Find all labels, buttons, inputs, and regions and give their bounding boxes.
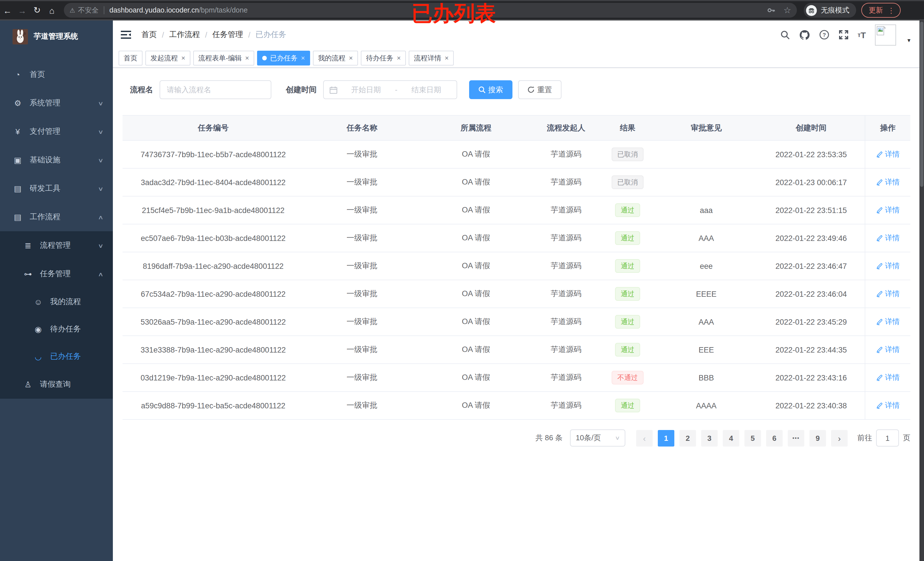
goto-page-input[interactable] [876,429,899,447]
page-number-button[interactable]: 2 [680,430,696,446]
process-cell: OA 请假 [420,205,532,215]
app-logo [12,29,28,44]
page-number-button[interactable]: 4 [723,430,740,446]
result-badge: 不通过 [612,371,644,384]
view-tab[interactable]: 发起流程 × [146,51,190,66]
help-icon[interactable]: ? [819,30,829,40]
table-row: 215cf4e5-7b9b-11ec-9a1b-acde48001122 一级审… [123,196,910,224]
sidebar-item[interactable]: ▤ 工作流程 ∧ [0,203,113,231]
toolbox-icon: ▤ [11,184,24,193]
view-tab[interactable]: 流程详情 × [409,51,454,66]
page-number-button[interactable]: ••• [788,430,804,446]
search-button[interactable]: 搜索 [469,80,512,99]
sidebar-item[interactable]: ♙ 请假查询 [0,370,113,399]
task-id-cell: a59c9d88-7b99-11ec-ba5c-acde48001122 [123,401,304,410]
close-icon[interactable]: × [397,54,401,62]
view-tab[interactable]: 流程表单-编辑 × [193,51,254,66]
sidebar-item[interactable]: ◡ 已办任务 [0,343,113,370]
task-id-cell: 53026aa5-7b9a-11ec-a290-acde48001122 [123,317,304,326]
page-number-button[interactable]: 9 [809,430,826,446]
password-key-icon[interactable] [766,6,776,15]
page-number-button[interactable]: 6 [766,430,783,446]
process-name-input[interactable] [159,80,271,99]
close-icon[interactable]: × [245,54,249,62]
pagination: 共 86 条 10条/页 ∨ ‹ 1 2 3 4 [123,429,910,447]
detail-link[interactable]: 详情 [876,261,900,271]
close-icon[interactable]: × [445,54,448,62]
detail-link[interactable]: 详情 [876,149,900,160]
result-badge: 通过 [615,315,640,329]
browser-back-icon[interactable]: ← [0,5,15,15]
scrollbar-thumb[interactable] [920,22,923,187]
close-icon[interactable]: × [349,54,353,62]
page-number-button[interactable]: 5 [744,430,761,446]
browser-home-icon[interactable]: ⌂ [45,5,59,15]
breadcrumb-workflow[interactable]: 工作流程 [169,30,200,40]
sidebar-item[interactable]: ⊶ 任务管理 ∧ [0,260,113,288]
edit-icon [876,374,883,381]
top-navbar: 首页/ 工作流程/ 任务管理/ 已办任务 ? тT [113,21,920,49]
reset-button[interactable]: 重置 [518,80,561,99]
view-tab[interactable]: 待办任务 × [361,51,406,66]
edit-icon [876,235,883,241]
chevron-icon: ∨ [98,242,104,248]
detail-link[interactable]: 详情 [876,317,900,327]
breadcrumb-home[interactable]: 首页 [141,30,157,40]
col-opinion: 审批意见 [655,123,758,133]
process-cell: OA 请假 [420,373,532,383]
sidebar-item[interactable]: ≣ 流程管理 ∨ [0,231,113,260]
sidebar-item-label: 待办任务 [50,324,81,334]
calendar-icon [329,86,337,94]
close-icon[interactable]: × [301,54,305,62]
date-range-picker[interactable]: 开始日期 - 结束日期 [323,80,457,99]
detail-link[interactable]: 详情 [876,233,900,243]
detail-link[interactable]: 详情 [876,344,900,355]
created-cell: 2022-01-22 23:53:35 [758,150,865,159]
page-number-button[interactable]: 3 [701,430,718,446]
table-row: 331e3388-7b9a-11ec-a290-acde48001122 一级审… [123,336,910,364]
next-page-button[interactable]: › [831,430,848,446]
page-number-button[interactable]: 1 [658,430,674,446]
sidebar-item[interactable]: ◉ 待办任务 [0,316,113,343]
avatar[interactable] [875,24,896,45]
detail-link[interactable]: 详情 [876,400,900,411]
detail-link[interactable]: 详情 [876,205,900,215]
edit-icon [876,179,883,186]
table-row: 67c534a2-7b9a-11ec-a290-acde48001122 一级审… [123,280,910,308]
sidebar-item[interactable]: ¥ 支付管理 ∨ [0,117,113,146]
caret-down-icon[interactable]: ▼ [906,37,912,43]
browser-update-button[interactable]: 更新 ⋮ [861,3,901,18]
close-icon[interactable]: × [181,54,185,62]
collapse-sidebar-icon[interactable] [121,30,131,39]
sidebar-item[interactable]: ☺ 我的流程 [0,288,113,316]
sidebar-item[interactable]: ◔ 首页 [0,60,113,89]
chevron-down-icon: ∨ [615,435,620,441]
detail-link[interactable]: 详情 [876,289,900,299]
starter-cell: 芋道源码 [532,344,600,355]
sidebar-item[interactable]: ⚙ 系统管理 ∨ [0,89,113,117]
opinion-cell: aaa [655,206,758,214]
breadcrumb-task-mgmt[interactable]: 任务管理 [212,30,243,40]
created-cell: 2022-01-22 23:43:16 [758,373,865,382]
font-size-icon[interactable]: тT [858,30,866,40]
view-tab[interactable]: 已办任务 × [257,51,310,66]
detail-link[interactable]: 详情 [876,373,900,383]
bookmark-star-icon[interactable]: ☆ [783,5,791,15]
view-tab[interactable]: 我的流程 × [313,51,358,66]
main-area: 首页/ 工作流程/ 任务管理/ 已办任务 ? тT [113,21,920,561]
detail-link[interactable]: 详情 [876,177,900,187]
browser-reload-icon[interactable]: ↻ [30,5,45,15]
fullscreen-icon[interactable] [838,30,849,40]
page-size-select[interactable]: 10条/页 ∨ [570,429,625,447]
app-logo-row[interactable]: 芋道管理系统 [0,21,113,52]
browser-scrollbar[interactable] [920,21,924,561]
browser-menu-icon[interactable]: ⋮ [888,6,895,15]
browser-forward-icon[interactable]: → [15,5,30,15]
sidebar-item[interactable]: ▣ 基础设施 ∨ [0,146,113,174]
sidebar-item[interactable]: ▤ 研发工具 ∨ [0,174,113,203]
search-icon[interactable] [780,30,790,40]
github-icon[interactable] [799,29,810,40]
view-tab[interactable]: 首页 × [118,51,142,66]
process-cell: OA 请假 [420,261,532,271]
prev-page-button[interactable]: ‹ [636,430,652,446]
